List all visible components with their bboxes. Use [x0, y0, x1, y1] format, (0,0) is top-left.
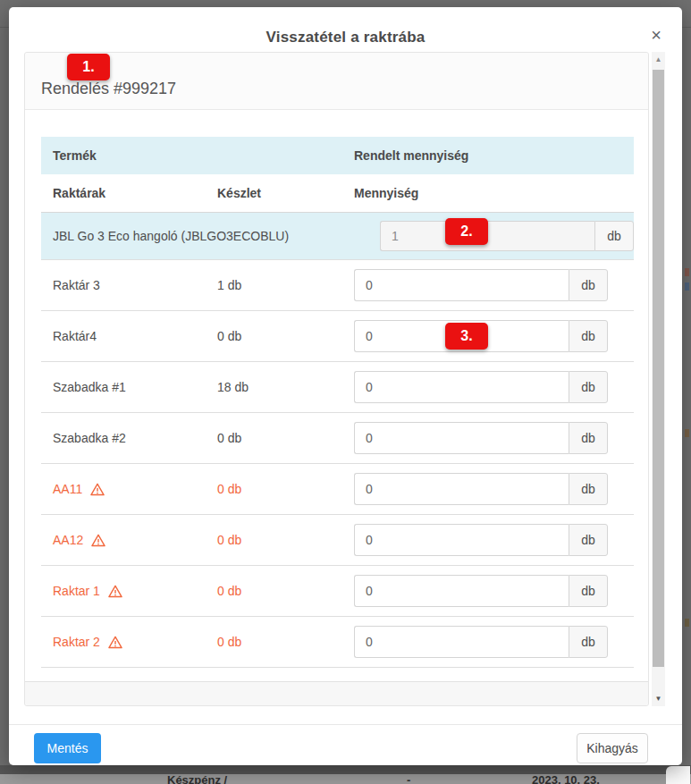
quantity-group: db	[354, 371, 608, 403]
order-number-title: Rendelés #999217	[41, 80, 176, 98]
stock-value: 1 db	[217, 278, 354, 292]
quantity-input[interactable]	[354, 371, 569, 403]
payment-method-fragment: Készpénz /	[167, 773, 227, 784]
stock-value: 0 db	[217, 329, 354, 343]
unit-label: db	[594, 221, 634, 251]
warning-icon	[90, 533, 106, 548]
column-stock: Készlet	[217, 186, 354, 200]
warehouse-name: Raktár4	[41, 329, 217, 343]
unit-label: db	[569, 626, 608, 658]
quantity-input[interactable]	[354, 269, 569, 301]
unit-label: db	[569, 524, 608, 556]
column-product: Termék	[41, 148, 217, 163]
date-fragment: 2023. 10. 23.	[532, 773, 600, 784]
quantity-input[interactable]	[354, 575, 569, 607]
warning-icon	[107, 635, 123, 650]
skip-button[interactable]: Kihagyás	[577, 733, 648, 763]
warehouse-row-aa12: AA12 0 db db	[41, 515, 634, 566]
quantity-group: db	[354, 575, 608, 607]
column-ordered-quantity: Rendelt mennyiség	[354, 148, 634, 163]
stock-value: 0 db	[217, 584, 354, 598]
quantity-group: db	[354, 626, 608, 658]
quantity-group: db	[354, 422, 608, 454]
warehouse-row-raktar4: Raktár4 0 db db	[41, 311, 634, 362]
stock-value: 0 db	[217, 635, 354, 649]
unit-label: db	[569, 575, 608, 607]
product-row: JBL Go 3 Eco hangoló (JBLGO3ECOBLU) db	[41, 213, 634, 260]
modal-footer: Mentés Kihagyás	[9, 724, 682, 765]
dimmed-page-bottom: Készpénz / - 2023. 10. 23.	[0, 765, 691, 784]
background-artifact	[685, 619, 689, 627]
scrollbar-up-icon[interactable]: ▲	[652, 52, 665, 67]
annotation-badge-3: 3.	[445, 323, 488, 350]
order-panel-header: Rendelés #999217	[25, 53, 648, 110]
order-panel-footer	[25, 681, 648, 705]
background-artifact	[685, 282, 689, 291]
annotation-badge-1: 1.	[67, 54, 110, 80]
warehouse-name: Raktar 1	[41, 584, 217, 599]
separator-fragment: -	[407, 773, 410, 784]
quantity-group: db	[354, 524, 608, 556]
warehouse-name: Szabadka #1	[41, 380, 217, 394]
unit-label: db	[569, 422, 608, 454]
stock-value: 0 db	[217, 533, 354, 547]
warehouse-row-raktar-1: Raktar 1 0 db db	[41, 566, 634, 617]
modal-title: Visszatétel a raktrába	[9, 29, 682, 46]
warehouse-row-raktar-2: Raktar 2 0 db db	[41, 617, 634, 668]
quantity-input[interactable]	[354, 524, 569, 556]
scrollbar[interactable]: ▲ ▼	[652, 52, 665, 706]
close-icon[interactable]: ×	[645, 23, 668, 46]
background-card-corner	[666, 766, 690, 784]
stock-value: 0 db	[217, 431, 354, 445]
return-to-warehouse-modal: Visszatétel a raktrába × Rendelés #99921…	[9, 7, 682, 765]
table-header-row: Termék Rendelt mennyiség	[41, 137, 634, 174]
background-artifact	[685, 429, 689, 437]
quantity-input[interactable]	[354, 422, 569, 454]
warning-icon	[107, 584, 123, 599]
quantity-input[interactable]	[354, 626, 569, 658]
product-name: JBL Go 3 Eco hangoló (JBLGO3ECOBLU)	[41, 229, 354, 243]
annotation-badge-2: 2.	[445, 218, 488, 245]
stock-value: 18 db	[217, 380, 354, 394]
warehouse-name: AA12	[41, 533, 217, 548]
unit-label: db	[569, 371, 608, 403]
warehouse-name: AA11	[41, 482, 217, 497]
warehouse-name: Szabadka #2	[41, 431, 217, 445]
warehouse-name: Raktár 3	[41, 278, 217, 292]
quantity-group: db	[380, 221, 634, 251]
unit-label: db	[569, 320, 608, 352]
table-subheader-row: Raktárak Készlet Mennyiség	[41, 174, 634, 213]
warehouse-row-aa11: AA11 0 db db	[41, 464, 634, 515]
warehouse-row-szabadka-1: Szabadka #1 18 db db	[41, 362, 634, 413]
quantity-group: db	[354, 269, 608, 301]
background-artifact	[685, 268, 689, 276]
order-panel: Rendelés #999217 Termék Rendelt mennyisé…	[24, 52, 649, 706]
unit-label: db	[569, 269, 608, 301]
save-button[interactable]: Mentés	[34, 733, 101, 763]
warehouse-row-raktar-3: Raktár 3 1 db db	[41, 260, 634, 311]
quantity-group: db	[354, 473, 608, 505]
column-quantity: Mennyiség	[354, 186, 634, 200]
stock-value: 0 db	[217, 482, 354, 496]
warehouse-name: Raktar 2	[41, 635, 217, 650]
scrollbar-thumb[interactable]	[653, 70, 664, 667]
warehouse-table: Termék Rendelt mennyiség Raktárak Készle…	[41, 137, 634, 668]
quantity-input[interactable]	[354, 473, 569, 505]
column-warehouses: Raktárak	[41, 186, 217, 200]
unit-label: db	[569, 473, 608, 505]
warning-icon	[89, 482, 105, 497]
scrollbar-down-icon[interactable]: ▼	[652, 691, 665, 706]
warehouse-row-szabadka-2: Szabadka #2 0 db db	[41, 413, 634, 464]
